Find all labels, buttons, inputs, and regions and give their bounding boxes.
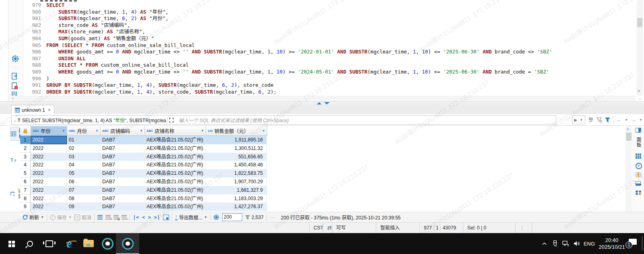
last-page-icon[interactable]: >| [154,214,160,220]
row-number[interactable]: 8 [20,195,31,203]
scroll-up-icon[interactable]: ˄ [627,127,629,131]
grid-cell[interactable]: 1,300,511.32 [206,144,267,153]
grid-cell[interactable]: 06 [67,178,100,186]
column-header-1[interactable]: ABC年份▼ [31,126,67,136]
execute-script-icon[interactable] [11,72,19,80]
grid-cell[interactable]: DAB7 [100,144,144,153]
grid-cell[interactable]: 1,450,458.46 [206,161,267,169]
dbeaver-active-icon-wrap[interactable] [122,233,134,254]
grid-cell[interactable]: DAB7 [100,186,144,195]
nav-forward-icon[interactable]: → [631,117,636,122]
delete-row-button[interactable]: − [122,215,127,219]
code-line[interactable]: 991GROUP BY SUBSTR(mgclear_time, 1, 4), … [23,82,620,89]
chevron-down-icon[interactable]: ▼ [639,118,642,122]
filters-menu-icon[interactable] [605,117,610,123]
row-number[interactable]: 3 [20,153,31,161]
show-desktop-button[interactable] [642,236,642,251]
file-explorer-button[interactable] [80,233,97,254]
input-language-button[interactable]: ENG [582,233,597,254]
refresh-button[interactable]: 刷新▼ [23,214,44,221]
next-page-icon[interactable]: > [148,214,151,220]
grid-cell[interactable]: 551,656.65 [206,153,267,161]
row-number[interactable]: 7 [20,186,31,195]
task-view-button[interactable] [41,233,57,254]
internet-explorer-button[interactable]: e [60,233,78,254]
export-data-button[interactable]: ↑ 导出数据...▼ [175,214,207,221]
grid-cell[interactable]: 2022 [31,161,67,169]
references-panel-icon[interactable] [636,190,642,196]
grid-cell[interactable]: AEX唯品会21.05.02(广州) [144,153,206,161]
grid-cell[interactable]: DAB7 [100,161,144,169]
grid-cell[interactable]: 2022 [31,203,67,211]
grid-cell[interactable]: DAB7 [100,203,144,211]
expand-filter-icon[interactable] [167,117,175,123]
grid-cell[interactable]: AEX唯品会21.05.02(广州) [144,195,206,203]
code-line[interactable]: 989 WHERE goods_amt >= 0 AND mgclear_tim… [23,69,620,76]
results-tab-unknown-1[interactable]: unknown 1 × [11,105,54,115]
results-vertical-scrollbar[interactable]: ˄ [625,126,632,212]
grid-cell[interactable]: 04 [67,161,100,169]
grid-cell[interactable]: 1,183,003.29 [206,195,267,203]
statusbar-more-icon[interactable]: ⋮ [515,223,532,233]
apply-filter-button[interactable]: ▶ ▼ [572,115,586,124]
column-header-3[interactable]: ABC店铺编码▼ [101,126,145,136]
add-row-button[interactable]: + [105,215,111,219]
grid-cell[interactable]: 2022 [31,153,67,161]
row-number[interactable]: 9 [20,203,31,211]
start-button[interactable] [3,233,19,254]
grid-cell[interactable]: 2022 [31,178,67,186]
grid-cell[interactable]: 03 [67,153,100,161]
usb-tray-button[interactable] [550,233,560,254]
grid-cell[interactable]: 05 [67,169,100,178]
grid-cell[interactable]: AEX唯品会21.05.02(广州) [144,169,206,178]
grid-cell[interactable]: 2022 [31,144,67,153]
panels-toggle-icon[interactable] [636,128,642,133]
row-number[interactable]: 1 [20,136,31,144]
fetch-size-input[interactable]: 200 [222,213,242,221]
search-button[interactable] [22,233,38,254]
code-line[interactable]: 984 SUM(goods_amt) AS "销售金额（元）" [23,35,620,42]
column-dropdown-icon[interactable]: ▼ [62,129,65,133]
tray-expand-button[interactable] [539,233,549,254]
column-header-2[interactable]: ABC月份▼ [67,126,101,136]
editor-horizontal-scrollbar[interactable]: ‹ › [9,96,635,101]
prev-page-icon[interactable]: < [142,214,145,220]
overflow-more-indicator[interactable]: ··· [270,215,276,220]
dbeaver-button[interactable] [99,233,116,254]
result-filter-input[interactable]: ↔T SELECT SUBSTR(mgclear_time, 1, 4) AS … [11,115,556,125]
grid-cell[interactable]: AEX唯品会21.05.02(广州) [144,178,206,186]
clock[interactable]: 20:40 2025/10/21 [597,233,627,254]
save-filter-icon[interactable] [597,117,602,123]
grid-cell[interactable]: 09 [67,203,100,211]
chevron-down-icon[interactable]: ▼ [580,118,583,122]
code-line[interactable]: 986 WHERE goods_amt >= 0 AND mgclear_tim… [23,49,620,55]
scroll-right-icon[interactable]: › [639,96,641,101]
chevron-down-icon[interactable]: ▼ [625,118,628,122]
code-line[interactable]: 985FROM (SELECT * FROM custom_online_sal… [23,42,620,49]
cancel-button[interactable]: × 取消 [74,214,91,221]
row-number[interactable]: 5 [20,169,31,178]
first-page-icon[interactable]: |< [133,214,139,220]
row-count-indicator[interactable]: 2,537 [245,215,264,220]
scrollbar-thumb[interactable] [626,133,632,141]
editor-vertical-scrollbar[interactable]: ˅ [636,0,643,96]
grid-cell[interactable]: DAB7 [100,153,144,161]
volume-tray-button[interactable] [572,233,582,254]
code-line[interactable]: 987 UNION ALL [23,55,620,62]
code-line[interactable]: 979SELECT [23,2,620,9]
grid-cell[interactable]: DAB7 [100,178,144,186]
column-header-4[interactable]: ABC店铺名称▼ [145,126,206,136]
grid-cell[interactable]: DAB7 [100,195,144,203]
grid-cell[interactable]: AEX唯品会21.05.02(广州) [144,136,206,144]
code-line[interactable]: 982 store_code AS "店铺编码", [23,22,620,29]
grid-cell[interactable]: 1,911,895.16 [206,136,267,144]
code-line[interactable]: 983 MAX(store_name) AS "店铺名称", [23,29,620,35]
column-dropdown-icon[interactable]: ▼ [95,129,99,133]
grid-cell[interactable]: AEX唯品会21.05.02(广州) [144,186,206,195]
nav-back-icon[interactable]: ← [616,117,622,122]
gear-icon[interactable] [11,55,19,63]
result-settings-gear-icon[interactable] [213,214,219,220]
script-error-icon[interactable]: ! [11,82,19,90]
column-dropdown-icon[interactable]: ▼ [201,129,204,133]
grid-cell[interactable]: 02 [67,144,100,153]
